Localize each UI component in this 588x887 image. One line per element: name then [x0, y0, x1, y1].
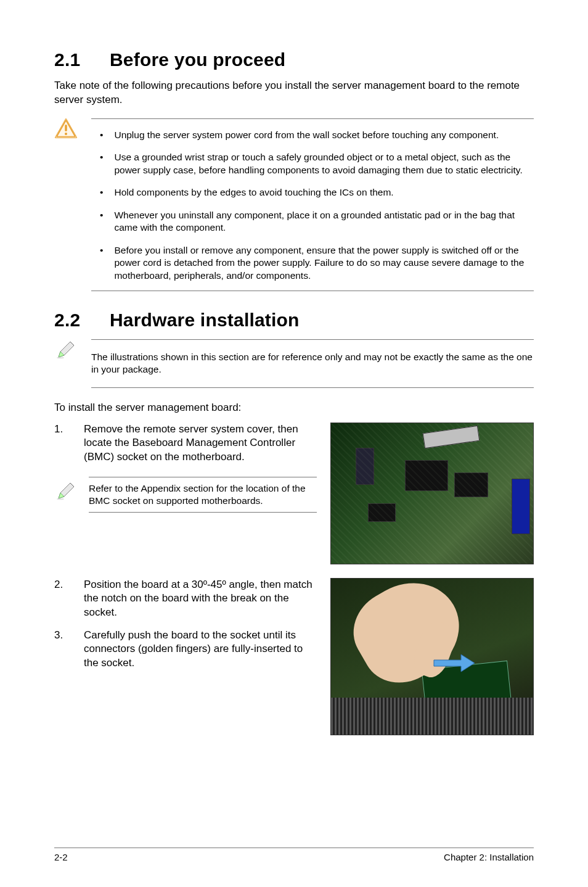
pencil-icon	[55, 339, 76, 360]
heading-number: 2.1	[54, 49, 110, 70]
caution-icon	[55, 118, 77, 138]
motherboard-photo	[330, 423, 534, 564]
footer-page-number: 2-2	[54, 852, 68, 862]
caution-bullet-list: •Unplug the server system power cord fro…	[91, 125, 534, 284]
heading-text: Before you proceed	[110, 49, 285, 70]
svg-point-3	[57, 498, 64, 500]
heading-hardware-installation: 2.2Hardware installation	[54, 310, 534, 331]
bullet-item: •Use a grounded wrist strap or touch a s…	[91, 147, 534, 183]
heading-text: Hardware installation	[110, 310, 300, 330]
bullet-item: •Whenever you uninstall any component, p…	[91, 205, 534, 241]
page: 2.1Before you proceed Take note of the f…	[0, 0, 588, 887]
caution-callout: •Unplug the server system power cord fro…	[54, 118, 534, 291]
appendix-note-text: Refer to the Appendix section for the lo…	[89, 477, 317, 513]
heading-number: 2.2	[54, 310, 110, 331]
bullet-item: •Hold components by the edges to avoid t…	[91, 183, 534, 205]
page-footer: 2-2 Chapter 2: Installation	[54, 848, 534, 862]
step-row-1: 1.Remove the remote server system cover,…	[54, 423, 534, 564]
pencil-icon	[55, 481, 76, 501]
intro-paragraph: Take note of the following precautions b…	[54, 79, 534, 107]
step-2: 2.Position the board at a 30º-45º angle,…	[54, 578, 317, 620]
footer-chapter: Chapter 2: Installation	[444, 852, 534, 862]
appendix-note: Refer to the Appendix section for the lo…	[54, 477, 317, 513]
installation-photo	[330, 578, 534, 735]
bullet-item: •Before you install or remove any compon…	[91, 241, 534, 284]
svg-point-2	[57, 357, 64, 359]
svg-point-1	[65, 133, 67, 135]
svg-rect-0	[65, 125, 67, 131]
note-text: The illustrations shown in this section …	[91, 346, 534, 381]
step-3: 3.Carefully push the board to the socket…	[54, 629, 317, 670]
bullet-item: •Unplug the server system power cord fro…	[91, 125, 534, 147]
steps-lead: To install the server management board:	[54, 402, 534, 414]
insertion-arrow-icon	[433, 653, 476, 676]
heading-before-you-proceed: 2.1Before you proceed	[54, 49, 534, 70]
note-callout: The illustrations shown in this section …	[54, 339, 534, 388]
step-1: 1.Remove the remote server system cover,…	[54, 423, 317, 464]
step-row-2: 2.Position the board at a 30º-45º angle,…	[54, 578, 534, 735]
